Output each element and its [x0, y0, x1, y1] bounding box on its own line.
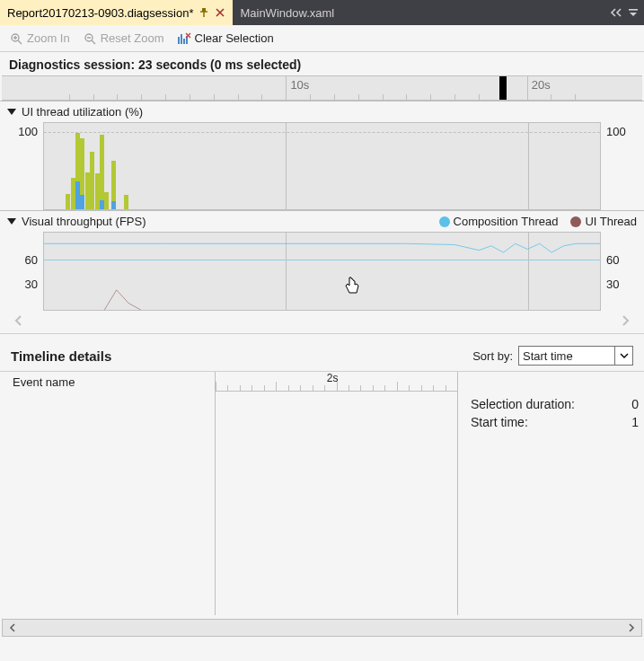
tabstrip-overflow — [610, 0, 639, 25]
svg-rect-0 — [202, 8, 206, 12]
zoom-in-icon — [9, 31, 23, 46]
chevron-down-icon — [614, 347, 632, 365]
reset-zoom-icon — [83, 31, 97, 46]
zoom-in-button[interactable]: Zoom In — [9, 31, 70, 46]
y-axis-left: 100 — [0, 122, 43, 210]
toolbar: Zoom In Reset Zoom Clear Selection — [0, 25, 644, 52]
chart-legend: Composition Thread UI Thread — [439, 215, 637, 228]
nav-left-icon[interactable] — [13, 313, 25, 331]
sort-by-value: Start time — [523, 349, 573, 363]
timeline-ruler[interactable]: 10s20s — [2, 75, 642, 101]
column-timeline: 2s — [216, 372, 458, 615]
y-axis-left: 60 30 — [0, 232, 43, 311]
tab-title: Report20170213-0903.diagsession* — [7, 6, 193, 20]
chart-title[interactable]: UI thread utilization (%) — [7, 105, 143, 119]
session-label: Diagnostics session: 23 seconds (0 ms se… — [0, 52, 644, 75]
tab-mainwindow-xaml[interactable]: MainWindow.xaml — [233, 0, 341, 25]
mini-ruler[interactable]: 2s — [216, 372, 457, 392]
reset-zoom-label: Reset Zoom — [101, 31, 164, 45]
legend-swatch-icon — [570, 216, 581, 227]
details-header: Timeline details Sort by: Start time — [0, 342, 644, 371]
clear-selection-icon — [177, 31, 191, 46]
prop-selection-duration: Selection duration: 0 — [471, 395, 644, 413]
details-body: Event name 2s Selection duration: 0 Star… — [0, 371, 644, 615]
zoom-in-label: Zoom In — [27, 31, 70, 45]
nav-right-icon[interactable] — [619, 313, 631, 331]
scroll-left-icon[interactable] — [8, 621, 17, 635]
timeline-nav — [0, 311, 644, 333]
svg-rect-1 — [629, 9, 638, 11]
dropdown-icon[interactable] — [628, 6, 639, 20]
tab-report-diagsession[interactable]: Report20170213-0903.diagsession* — [0, 0, 233, 25]
close-icon[interactable] — [215, 7, 225, 18]
chart-plot-area[interactable] — [43, 232, 601, 311]
chart-title[interactable]: Visual throughput (FPS) — [7, 215, 146, 228]
legend-item: UI Thread — [570, 215, 637, 228]
chart-ui-thread-utilization: UI thread utilization (%) 100 100 — [0, 101, 644, 210]
details-title: Timeline details — [11, 348, 111, 364]
column-header: Event name — [0, 372, 215, 392]
horizontal-scrollbar[interactable] — [2, 619, 642, 637]
scroll-right-icon[interactable] — [627, 621, 636, 635]
overflow-chevrons-icon[interactable] — [610, 6, 622, 20]
sort-by-select[interactable]: Start time — [518, 346, 633, 366]
y-axis-right: 60 30 — [601, 232, 644, 311]
legend-swatch-icon — [439, 216, 450, 227]
pane-separator[interactable] — [0, 333, 644, 342]
sort-by-label: Sort by: — [472, 349, 513, 363]
legend-item: Composition Thread — [439, 215, 559, 228]
column-properties: Selection duration: 0 Start time: 1 — [458, 372, 644, 615]
chart-visual-throughput: Visual throughput (FPS) Composition Thre… — [0, 210, 644, 311]
tab-title: MainWindow.xaml — [240, 6, 334, 20]
clear-selection-button[interactable]: Clear Selection — [177, 31, 274, 46]
clear-selection-label: Clear Selection — [195, 31, 274, 45]
collapse-icon — [7, 109, 16, 115]
document-tabstrip: Report20170213-0903.diagsession* MainWin… — [0, 0, 644, 25]
y-axis-right: 100 — [601, 122, 644, 210]
prop-start-time: Start time: 1 — [471, 413, 644, 431]
collapse-icon — [7, 218, 16, 225]
reset-zoom-button[interactable]: Reset Zoom — [83, 31, 164, 46]
column-event-name: Event name — [0, 372, 216, 615]
pin-icon[interactable] — [198, 7, 209, 18]
chart-plot-area[interactable] — [43, 122, 601, 210]
